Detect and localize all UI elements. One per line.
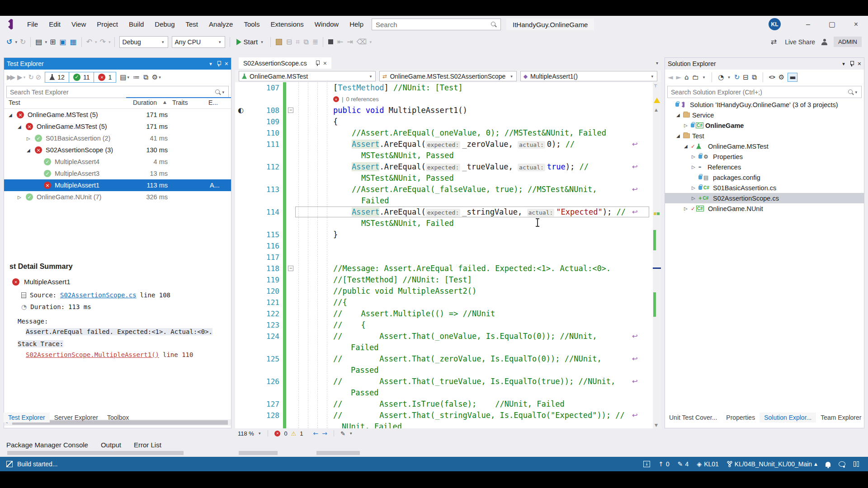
quick-search-input[interactable]: Search xyxy=(372,19,501,30)
column-error[interactable]: E... xyxy=(208,99,218,106)
admin-button[interactable]: ADMIN xyxy=(834,37,862,47)
code-editor[interactable]: 107[TestMethod] //NUnit: [Test]×|0 refer… xyxy=(235,82,661,428)
right-tab-unit-test-cover[interactable]: Unit Test Cover... xyxy=(665,413,722,422)
layout-panes-icon[interactable] xyxy=(854,461,859,467)
expand-icon[interactable]: ▷ xyxy=(684,206,688,211)
close-button[interactable]: × xyxy=(844,16,868,33)
settings-gear-icon[interactable]: ⚙ xyxy=(152,73,158,81)
start-debug-button[interactable]: Start ▾ xyxy=(236,38,264,46)
code-line[interactable]: 115} xyxy=(235,229,661,240)
outgoing-commits[interactable]: ↑ 0 xyxy=(658,460,670,468)
window-tab-output[interactable]: Output xyxy=(101,441,121,449)
total-tests-count[interactable]: 12 xyxy=(45,72,69,82)
code-line[interactable]: 118−//Message: Assert.AreEqual failed. E… xyxy=(235,263,661,274)
failed-tests-count[interactable]: × 1 xyxy=(94,72,116,82)
prev-bookmark-icon[interactable]: ⇤ xyxy=(337,38,343,46)
right-tab-team-explorer[interactable]: Team Explorer xyxy=(816,413,866,422)
code-line[interactable]: 124// Assert.That(_oneValue, Is.EqualTo(… xyxy=(235,331,661,342)
cancel-run-icon[interactable]: ⊘ xyxy=(36,73,42,81)
menu-tools[interactable]: Tools xyxy=(239,19,264,30)
code-line[interactable]: 120//public void MultipleAssert2() xyxy=(235,286,661,297)
fold-collapse-icon[interactable]: − xyxy=(288,108,293,113)
expand-icon[interactable]: ▷ xyxy=(692,164,695,169)
window-tab-bar[interactable] xyxy=(7,451,184,455)
test-row[interactable]: ◢×OnlineGame.MSTest (5)171 ms xyxy=(4,109,231,121)
maximize-button[interactable]: ▢ xyxy=(820,16,844,33)
solution-tree-row[interactable]: ◢Test xyxy=(665,131,864,141)
code-line[interactable]: 109{ xyxy=(235,116,661,127)
close-panel-icon[interactable]: × xyxy=(858,60,861,67)
test-row[interactable]: ×MultipleAssert1113 msA... xyxy=(4,179,231,191)
view-code-icon[interactable]: <> xyxy=(769,74,775,80)
window-tab-bar[interactable] xyxy=(316,451,360,455)
pin-icon[interactable] xyxy=(849,61,854,66)
code-line[interactable]: 125// Assert.That(_zeroValue, Is.EqualTo… xyxy=(235,353,661,365)
project-dropdown[interactable]: OnlineGame.MSTest ▾ xyxy=(239,71,376,81)
menu-window[interactable]: Window xyxy=(310,19,343,30)
solution-tree-row[interactable]: ▷C#S01BasicAssertion.cs xyxy=(665,183,864,193)
navigate-back-icon[interactable]: ↺ xyxy=(6,38,12,46)
code-line[interactable]: MSTest&NUnit, Failed xyxy=(235,218,661,229)
code-line[interactable]: 126// Assert.That(_trueValue, Is.EqualTo… xyxy=(235,376,661,387)
code-line[interactable]: MSTest&NUnit, Passed xyxy=(235,150,661,161)
navigate-forward-icon[interactable]: ↻ xyxy=(20,38,26,46)
column-traits[interactable]: Traits xyxy=(172,99,188,106)
home-icon[interactable]: ⌂ xyxy=(684,73,689,81)
menu-edit[interactable]: Edit xyxy=(44,19,65,30)
type-dropdown[interactable]: ⇄ OnlineGame.MSTest.S02AssertionScope ▾ xyxy=(379,71,516,81)
code-line[interactable]: 114Assert.AreEqual(expected:_stringValue… xyxy=(235,206,661,218)
solution-tree-row[interactable]: ▤packages.config xyxy=(665,172,864,183)
code-line[interactable]: 119//[TestMethod] //NUnit: [Test] xyxy=(235,274,661,286)
pen-icon[interactable]: ✎ xyxy=(340,430,345,437)
left-tab-server-explorer[interactable]: Server Explorer xyxy=(50,413,103,422)
bookmark-icon[interactable] xyxy=(328,39,333,44)
pin-icon[interactable] xyxy=(217,61,221,66)
expand-icon[interactable]: ▷ xyxy=(692,185,695,190)
nav-back-icon[interactable]: ← xyxy=(313,430,319,437)
code-line[interactable]: 111Assert.AreEqual(expected:_zeroValue, … xyxy=(235,139,661,150)
test-list-header[interactable]: Test Duration ▲ Traits E... xyxy=(4,97,231,109)
member-dropdown[interactable]: ◆ MultipleAssert1() ▾ xyxy=(520,71,657,81)
test-row[interactable]: ✓MultipleAssert44 ms xyxy=(4,156,231,168)
test-row[interactable]: ▷✓OnlineGame.NUnit (7)326 ms xyxy=(4,191,231,203)
test-row[interactable]: ▷✓S01BasicAssertion (2)41 ms xyxy=(4,132,231,144)
left-tab-toolbox[interactable]: Toolbox xyxy=(103,413,133,422)
left-tab-test-explorer[interactable]: Test Explorer xyxy=(4,413,50,422)
right-tab-solution-explor[interactable]: Solution Explor... xyxy=(760,413,816,422)
fold-collapse-icon[interactable]: − xyxy=(288,266,293,271)
menu-extensions[interactable]: Extensions xyxy=(266,19,308,30)
passed-tests-count[interactable]: ✓ 11 xyxy=(69,72,94,82)
solution-tree-row[interactable]: Solution 'ItHandyGuy.OnlineGame' (3 of 3… xyxy=(665,99,864,110)
errors-count[interactable]: 0 xyxy=(284,430,287,437)
layers-icon[interactable]: ⧉ xyxy=(143,73,148,81)
menu-help[interactable]: Help xyxy=(345,19,368,30)
window-tab-bar[interactable] xyxy=(239,451,278,455)
pending-edits[interactable]: ✎ 4 xyxy=(678,460,689,468)
new-project-icon[interactable]: ▤ xyxy=(35,38,42,46)
solution-explorer-title-bar[interactable]: Solution Explorer ▾ × xyxy=(665,58,864,70)
test-search-input[interactable]: Search Test Explorer ▾ xyxy=(6,86,229,98)
code-line[interactable]: 116 xyxy=(235,240,661,252)
step-out-icon[interactable]: ≣ xyxy=(312,38,318,46)
back-icon[interactable]: ◄ xyxy=(668,73,673,81)
source-link[interactable]: S02AssertionScope.cs xyxy=(60,291,137,299)
hot-reload-icon[interactable] xyxy=(276,39,282,45)
preview-selected-icon[interactable]: ▬ xyxy=(788,73,797,82)
solution-tree-row[interactable]: ▷✓C#OnlineGame.NUnit xyxy=(665,203,864,214)
user-avatar[interactable]: KL xyxy=(769,18,781,30)
window-tab-package-manager-console[interactable]: Package Manager Console xyxy=(6,441,88,449)
zoom-level[interactable]: 118 % xyxy=(238,430,254,437)
menu-build[interactable]: Build xyxy=(124,19,148,30)
collaborators-icon[interactable] xyxy=(821,39,827,45)
codelens-row[interactable]: ×|0 references xyxy=(235,94,661,105)
window-tab-error-list[interactable]: Error List xyxy=(134,441,161,449)
test-row[interactable]: ◢×S02AssertionScope (3)130 ms xyxy=(4,144,231,156)
save-icon[interactable]: ▣ xyxy=(59,38,66,46)
undo-icon[interactable]: ↶ xyxy=(86,38,92,46)
branch-picker[interactable]: KL/04B_NUnit_KL/00_Main ▲ xyxy=(727,460,817,468)
breakpoint-margin-glyph[interactable]: ◐ xyxy=(238,106,244,114)
configuration-select[interactable]: Debug▾ xyxy=(119,36,168,48)
code-line[interactable]: Failed xyxy=(235,195,661,206)
test-explorer-title-bar[interactable]: Test Explorer ▾ × xyxy=(4,58,231,70)
code-line[interactable]: 117 xyxy=(235,252,661,263)
